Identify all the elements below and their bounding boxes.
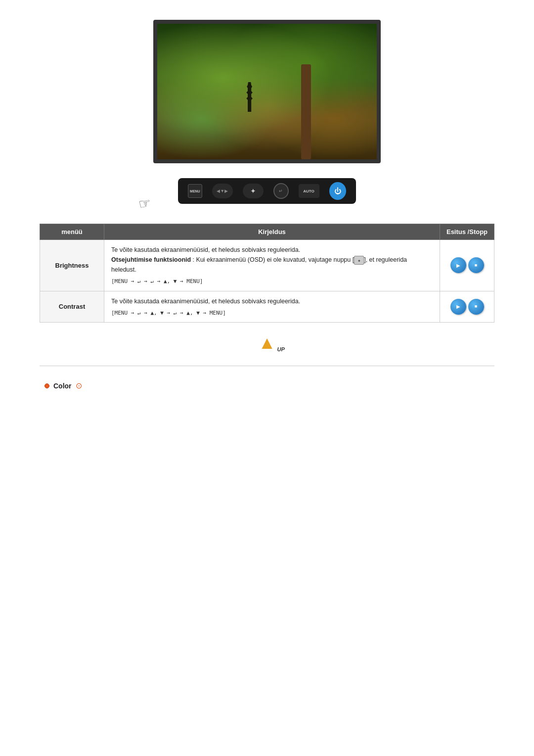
auto-button[interactable]: AUTO [299,184,319,198]
contrast-play-button[interactable] [450,299,466,315]
enter-icon: ↵ [279,189,283,193]
brightness-description: Te võite kasutada ekraanimenüüsid, et he… [111,245,433,275]
power-button[interactable]: ⏻ [329,182,346,200]
table-header-description: Kirjeldus [104,224,440,240]
up-arrow-symbol: ▲ [258,332,276,353]
menu-button[interactable]: MENU [188,184,202,198]
contrast-play-buttons [447,299,487,315]
table-header-menu: menüü [40,224,104,240]
menu-label: MENU [190,189,200,193]
garden-image-section [40,20,494,163]
color-camera-icon: ⊙ [76,381,82,390]
tree-trunk [301,64,311,159]
color-dot-icon [44,383,49,388]
brightness-play-button[interactable] [450,257,466,273]
contrast-label: Contrast [59,303,85,310]
table-row-brightness: Brightness Te võite kasutada ekraanimenü… [40,240,494,291]
settings-table: menüü Kirjeldus Esitus /Stopp Brightness… [40,224,494,323]
contrast-description-cell: Te võite kasutada ekraanimenüüsid, et he… [104,291,440,323]
color-label: Color [53,382,72,390]
brightness-stop-button[interactable] [468,257,484,273]
up-arrow-section: ▲ UP [40,332,494,353]
nav-button[interactable]: ◀▼▶ [212,184,233,198]
brightness-menu-path: [MENU → ↵ → ↵ → ▲, ▼ → MENU] [111,278,433,286]
contrast-menu-path: [MENU → ↵ → ▲, ▼ → ↵ → ▲, ▼ → MENU] [111,309,433,318]
brightness-action-cell [440,240,494,291]
brightness-label: Brightness [55,262,89,269]
power-icon: ⏻ [334,187,341,195]
brightness-button[interactable]: ✦ [243,184,264,198]
brightness-menu-cell: Brightness [40,240,104,291]
nav-arrows-icon: ◀▼▶ [217,189,228,193]
hand-cursor-icon: ☞ [137,194,152,213]
section-divider [40,366,494,366]
garden-scene [157,24,377,159]
color-section: Color ⊙ [44,376,494,395]
table-row-contrast: Contrast Te võite kasutada ekraanimenüüs… [40,291,494,323]
table-header-action: Esitus /Stopp [440,224,494,240]
contrast-menu-cell: Contrast [40,291,104,323]
remote-bar-section: MENU ◀▼▶ ✦ ↵ AUTO ⏻ ☞ [40,178,494,204]
contrast-action-cell [440,291,494,323]
remote-bar: MENU ◀▼▶ ✦ ↵ AUTO ⏻ [178,178,356,204]
contrast-description: Te võite kasutada ekraanimenüüsid, et he… [111,296,433,306]
brightness-inline-icon [354,256,364,265]
brightness-icon: ✦ [250,187,256,195]
up-arrow-icon: ▲ UP [258,332,276,353]
brightness-description-cell: Te võite kasutada ekraanimenüüsid, et he… [104,240,440,291]
up-label: UP [277,346,285,352]
auto-label: AUTO [303,189,314,193]
brightness-play-buttons [447,257,487,273]
enter-button[interactable]: ↵ [273,183,289,199]
pagoda-silhouette [245,82,254,112]
garden-image [153,20,381,163]
contrast-stop-button[interactable] [468,299,484,315]
